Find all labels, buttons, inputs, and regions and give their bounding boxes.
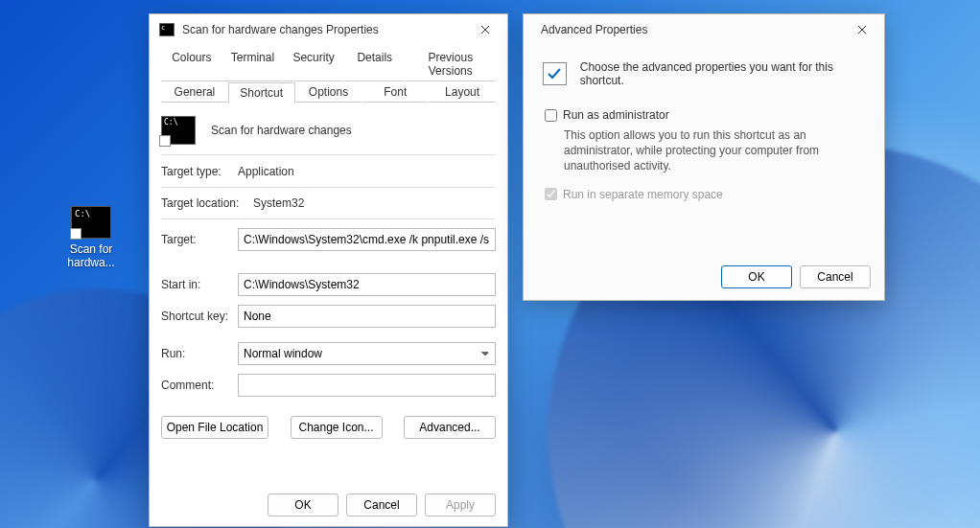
- cancel-button[interactable]: Cancel: [346, 494, 417, 517]
- window-title: Scan for hardware changes Properties: [182, 23, 463, 36]
- desktop-shortcut[interactable]: C:\ Scan for hardwa...: [58, 206, 125, 270]
- titlebar[interactable]: Advanced Properties: [524, 14, 884, 45]
- label-shortcut-key: Shortcut key:: [161, 310, 238, 323]
- cancel-button[interactable]: Cancel: [800, 265, 871, 288]
- label-start-in: Start in:: [161, 278, 238, 291]
- close-button[interactable]: [840, 14, 884, 45]
- label-run: Run:: [161, 347, 238, 360]
- tab-layout[interactable]: Layout: [429, 81, 496, 103]
- titlebar[interactable]: Scan for hardware changes Properties: [150, 14, 507, 45]
- label-target: Target:: [161, 233, 238, 246]
- row-start-in: Start in:: [161, 273, 496, 296]
- open-file-location-button[interactable]: Open File Location: [161, 416, 268, 439]
- ok-button[interactable]: OK: [268, 494, 338, 517]
- footer-buttons: OK Cancel Apply: [268, 494, 496, 517]
- row-comment: Comment:: [161, 374, 496, 397]
- tabs-row-1: Colours Terminal Security Details Previo…: [161, 47, 496, 81]
- checkmark-icon: [543, 62, 567, 85]
- advanced-button[interactable]: Advanced...: [404, 416, 496, 439]
- row-shortcut-key: Shortcut key:: [161, 305, 496, 328]
- action-buttons: Open File Location Change Icon... Advanc…: [161, 416, 496, 439]
- row-target-location: Target location: System32: [161, 196, 496, 219]
- cmd-icon: C:\: [71, 206, 111, 239]
- target-input[interactable]: [238, 228, 496, 251]
- option-separate-memory: Run in separate memory space: [543, 188, 865, 201]
- ok-button[interactable]: OK: [721, 265, 792, 288]
- tab-options[interactable]: Options: [295, 81, 362, 103]
- change-icon-button[interactable]: Change Icon...: [291, 416, 383, 439]
- row-run: Run: Normal window: [161, 342, 496, 365]
- tab-previous-versions[interactable]: Previous Versions: [406, 47, 496, 81]
- separate-memory-checkbox: [545, 188, 557, 200]
- option-run-as-admin: Run as administrator This option allows …: [543, 108, 865, 174]
- tab-security[interactable]: Security: [283, 47, 344, 81]
- close-button[interactable]: [463, 14, 507, 45]
- run-select[interactable]: Normal window: [238, 342, 496, 365]
- row-target: Target:: [161, 228, 496, 251]
- properties-window: Scan for hardware changes Properties Col…: [149, 13, 508, 527]
- shortcut-name: Scan for hardware changes: [211, 124, 352, 137]
- apply-button[interactable]: Apply: [425, 494, 496, 517]
- value-target-type: Application: [238, 165, 496, 178]
- window-title: Advanced Properties: [541, 23, 840, 36]
- tab-general[interactable]: General: [161, 81, 228, 103]
- separate-memory-text: Run in separate memory space: [563, 188, 723, 201]
- separate-memory-label: Run in separate memory space: [545, 188, 865, 201]
- shortcut-key-input[interactable]: [238, 305, 496, 328]
- footer-buttons: OK Cancel: [721, 265, 871, 288]
- run-as-admin-desc: This option allows you to run this short…: [564, 127, 865, 174]
- tab-shortcut[interactable]: Shortcut: [228, 82, 295, 103]
- desktop-shortcut-label-1: Scan for: [58, 242, 125, 256]
- label-target-type: Target type:: [161, 165, 238, 178]
- tab-terminal[interactable]: Terminal: [222, 47, 284, 81]
- run-as-admin-checkbox[interactable]: [545, 109, 557, 122]
- label-comment: Comment:: [161, 379, 238, 392]
- tab-details[interactable]: Details: [344, 47, 406, 81]
- desktop-shortcut-label-2: hardwa...: [58, 256, 125, 269]
- tab-colours[interactable]: Colours: [161, 47, 222, 81]
- tab-font[interactable]: Font: [362, 81, 429, 103]
- cmd-icon: [161, 116, 196, 145]
- run-as-admin-label[interactable]: Run as administrator: [545, 108, 865, 122]
- label-target-location: Target location:: [161, 196, 253, 210]
- run-as-admin-text: Run as administrator: [563, 108, 669, 122]
- value-target-location: System32: [253, 196, 496, 210]
- header-text: Choose the advanced properties you want …: [580, 60, 865, 87]
- row-target-type: Target type: Application: [161, 165, 496, 188]
- start-in-input[interactable]: [238, 273, 496, 296]
- advanced-properties-window: Advanced Properties Choose the advanced …: [523, 13, 885, 301]
- cmd-icon: [159, 23, 175, 36]
- tabs-row-2: General Shortcut Options Font Layout: [161, 81, 496, 103]
- shortcut-header: Scan for hardware changes: [161, 108, 496, 155]
- comment-input[interactable]: [238, 374, 496, 397]
- header-row: Choose the advanced properties you want …: [543, 60, 865, 87]
